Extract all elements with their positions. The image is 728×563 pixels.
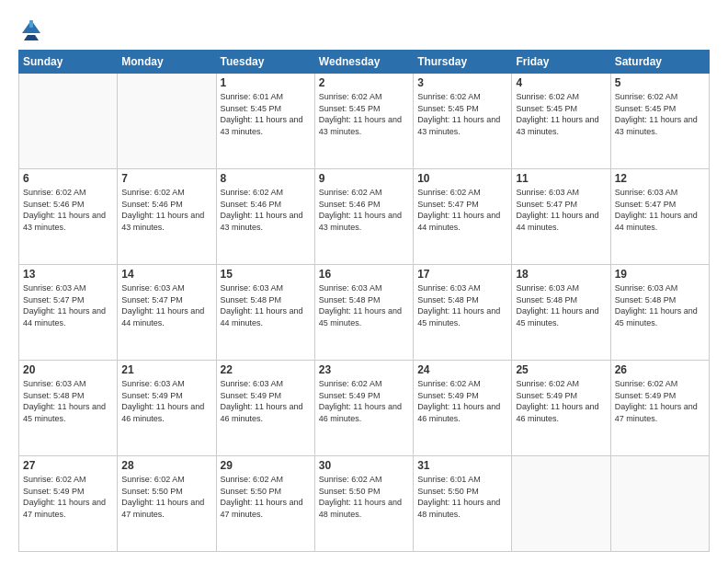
calendar-week-row: 20Sunrise: 6:03 AM Sunset: 5:48 PM Dayli…: [19, 361, 710, 456]
calendar-cell: 13Sunrise: 6:03 AM Sunset: 5:47 PM Dayli…: [19, 265, 118, 361]
day-info: Sunrise: 6:03 AM Sunset: 5:48 PM Dayligh…: [615, 282, 705, 328]
day-number: 30: [319, 459, 409, 472]
calendar-cell: 26Sunrise: 6:02 AM Sunset: 5:49 PM Dayli…: [610, 361, 709, 456]
day-number: 24: [417, 363, 507, 376]
day-number: 16: [319, 268, 409, 281]
day-number: 20: [23, 363, 113, 376]
day-number: 1: [221, 76, 311, 89]
calendar-cell: 5Sunrise: 6:02 AM Sunset: 5:45 PM Daylig…: [610, 74, 709, 169]
header: [18, 15, 710, 40]
day-info: Sunrise: 6:02 AM Sunset: 5:49 PM Dayligh…: [615, 378, 705, 424]
calendar-cell: 30Sunrise: 6:02 AM Sunset: 5:50 PM Dayli…: [314, 456, 413, 552]
day-info: Sunrise: 6:02 AM Sunset: 5:49 PM Dayligh…: [516, 378, 606, 424]
day-info: Sunrise: 6:02 AM Sunset: 5:50 PM Dayligh…: [221, 474, 311, 520]
day-info: Sunrise: 6:03 AM Sunset: 5:49 PM Dayligh…: [221, 378, 311, 424]
day-number: 10: [417, 172, 507, 185]
day-info: Sunrise: 6:02 AM Sunset: 5:46 PM Dayligh…: [221, 187, 311, 233]
day-of-week-header: Saturday: [610, 51, 709, 74]
calendar-cell: 18Sunrise: 6:03 AM Sunset: 5:48 PM Dayli…: [512, 265, 610, 361]
calendar-cell: 31Sunrise: 6:01 AM Sunset: 5:50 PM Dayli…: [414, 456, 512, 552]
calendar-table: SundayMondayTuesdayWednesdayThursdayFrid…: [18, 50, 710, 552]
calendar-cell: 15Sunrise: 6:03 AM Sunset: 5:48 PM Dayli…: [216, 265, 314, 361]
day-number: 15: [221, 268, 311, 281]
calendar-cell: 17Sunrise: 6:03 AM Sunset: 5:48 PM Dayli…: [414, 265, 512, 361]
day-number: 3: [417, 76, 507, 89]
day-number: 17: [417, 268, 507, 281]
day-number: 22: [221, 363, 311, 376]
day-info: Sunrise: 6:02 AM Sunset: 5:49 PM Dayligh…: [417, 378, 507, 424]
day-info: Sunrise: 6:02 AM Sunset: 5:45 PM Dayligh…: [516, 91, 606, 137]
day-number: 29: [221, 459, 311, 472]
calendar-week-row: 1Sunrise: 6:01 AM Sunset: 5:45 PM Daylig…: [19, 74, 710, 169]
day-info: Sunrise: 6:02 AM Sunset: 5:45 PM Dayligh…: [319, 91, 409, 137]
day-number: 26: [615, 363, 705, 376]
day-info: Sunrise: 6:02 AM Sunset: 5:46 PM Dayligh…: [121, 187, 211, 233]
day-info: Sunrise: 6:03 AM Sunset: 5:47 PM Dayligh…: [121, 282, 211, 328]
day-of-week-header: Wednesday: [314, 51, 413, 74]
day-number: 5: [615, 76, 705, 89]
day-number: 2: [319, 76, 409, 89]
day-info: Sunrise: 6:03 AM Sunset: 5:48 PM Dayligh…: [516, 282, 606, 328]
calendar-cell: 29Sunrise: 6:02 AM Sunset: 5:50 PM Dayli…: [216, 456, 314, 552]
day-info: Sunrise: 6:02 AM Sunset: 5:50 PM Dayligh…: [121, 474, 211, 520]
calendar-cell: 1Sunrise: 6:01 AM Sunset: 5:45 PM Daylig…: [216, 74, 314, 169]
day-number: 9: [319, 172, 409, 185]
calendar-cell: 16Sunrise: 6:03 AM Sunset: 5:48 PM Dayli…: [314, 265, 413, 361]
calendar-cell: 6Sunrise: 6:02 AM Sunset: 5:46 PM Daylig…: [19, 169, 118, 265]
calendar-cell: 8Sunrise: 6:02 AM Sunset: 5:46 PM Daylig…: [216, 169, 314, 265]
day-info: Sunrise: 6:03 AM Sunset: 5:48 PM Dayligh…: [221, 282, 311, 328]
day-of-week-header: Monday: [118, 51, 216, 74]
day-info: Sunrise: 6:02 AM Sunset: 5:46 PM Dayligh…: [319, 187, 409, 233]
calendar-cell: 21Sunrise: 6:03 AM Sunset: 5:49 PM Dayli…: [118, 361, 216, 456]
day-info: Sunrise: 6:02 AM Sunset: 5:50 PM Dayligh…: [319, 474, 409, 520]
calendar-cell: 22Sunrise: 6:03 AM Sunset: 5:49 PM Dayli…: [216, 361, 314, 456]
day-info: Sunrise: 6:03 AM Sunset: 5:48 PM Dayligh…: [417, 282, 507, 328]
logo-icon: [18, 15, 44, 40]
calendar-cell: 7Sunrise: 6:02 AM Sunset: 5:46 PM Daylig…: [118, 169, 216, 265]
day-info: Sunrise: 6:02 AM Sunset: 5:49 PM Dayligh…: [23, 474, 113, 520]
day-info: Sunrise: 6:01 AM Sunset: 5:50 PM Dayligh…: [417, 474, 507, 520]
day-number: 6: [23, 172, 113, 185]
day-number: 21: [121, 363, 211, 376]
page: SundayMondayTuesdayWednesdayThursdayFrid…: [0, 0, 728, 563]
day-number: 12: [615, 172, 705, 185]
day-info: Sunrise: 6:03 AM Sunset: 5:47 PM Dayligh…: [23, 282, 113, 328]
day-number: 8: [221, 172, 311, 185]
calendar-cell: 2Sunrise: 6:02 AM Sunset: 5:45 PM Daylig…: [314, 74, 413, 169]
day-of-week-header: Tuesday: [216, 51, 314, 74]
calendar-cell: 10Sunrise: 6:02 AM Sunset: 5:47 PM Dayli…: [414, 169, 512, 265]
svg-rect-2: [29, 20, 33, 28]
calendar-week-row: 6Sunrise: 6:02 AM Sunset: 5:46 PM Daylig…: [19, 169, 710, 265]
day-number: 23: [319, 363, 409, 376]
day-info: Sunrise: 6:02 AM Sunset: 5:47 PM Dayligh…: [417, 187, 507, 233]
day-number: 7: [121, 172, 211, 185]
calendar-header-row: SundayMondayTuesdayWednesdayThursdayFrid…: [19, 51, 710, 74]
logo: [18, 15, 48, 40]
calendar-cell: 9Sunrise: 6:02 AM Sunset: 5:46 PM Daylig…: [314, 169, 413, 265]
day-info: Sunrise: 6:02 AM Sunset: 5:49 PM Dayligh…: [319, 378, 409, 424]
svg-marker-1: [24, 35, 39, 40]
day-of-week-header: Sunday: [19, 51, 118, 74]
calendar-cell: 24Sunrise: 6:02 AM Sunset: 5:49 PM Dayli…: [414, 361, 512, 456]
day-number: 11: [516, 172, 606, 185]
calendar-cell: 12Sunrise: 6:03 AM Sunset: 5:47 PM Dayli…: [610, 169, 709, 265]
day-number: 14: [121, 268, 211, 281]
day-info: Sunrise: 6:02 AM Sunset: 5:45 PM Dayligh…: [615, 91, 705, 137]
day-number: 19: [615, 268, 705, 281]
day-info: Sunrise: 6:03 AM Sunset: 5:48 PM Dayligh…: [319, 282, 409, 328]
calendar-cell: 3Sunrise: 6:02 AM Sunset: 5:45 PM Daylig…: [414, 74, 512, 169]
calendar-cell: [19, 74, 118, 169]
calendar-cell: 25Sunrise: 6:02 AM Sunset: 5:49 PM Dayli…: [512, 361, 610, 456]
day-info: Sunrise: 6:03 AM Sunset: 5:47 PM Dayligh…: [516, 187, 606, 233]
day-number: 27: [23, 459, 113, 472]
day-number: 18: [516, 268, 606, 281]
calendar-week-row: 13Sunrise: 6:03 AM Sunset: 5:47 PM Dayli…: [19, 265, 710, 361]
day-info: Sunrise: 6:02 AM Sunset: 5:45 PM Dayligh…: [417, 91, 507, 137]
day-info: Sunrise: 6:02 AM Sunset: 5:46 PM Dayligh…: [23, 187, 113, 233]
calendar-cell: 19Sunrise: 6:03 AM Sunset: 5:48 PM Dayli…: [610, 265, 709, 361]
calendar-cell: 23Sunrise: 6:02 AM Sunset: 5:49 PM Dayli…: [314, 361, 413, 456]
calendar-cell: [118, 74, 216, 169]
calendar-cell: 4Sunrise: 6:02 AM Sunset: 5:45 PM Daylig…: [512, 74, 610, 169]
day-info: Sunrise: 6:03 AM Sunset: 5:49 PM Dayligh…: [121, 378, 211, 424]
day-number: 28: [121, 459, 211, 472]
